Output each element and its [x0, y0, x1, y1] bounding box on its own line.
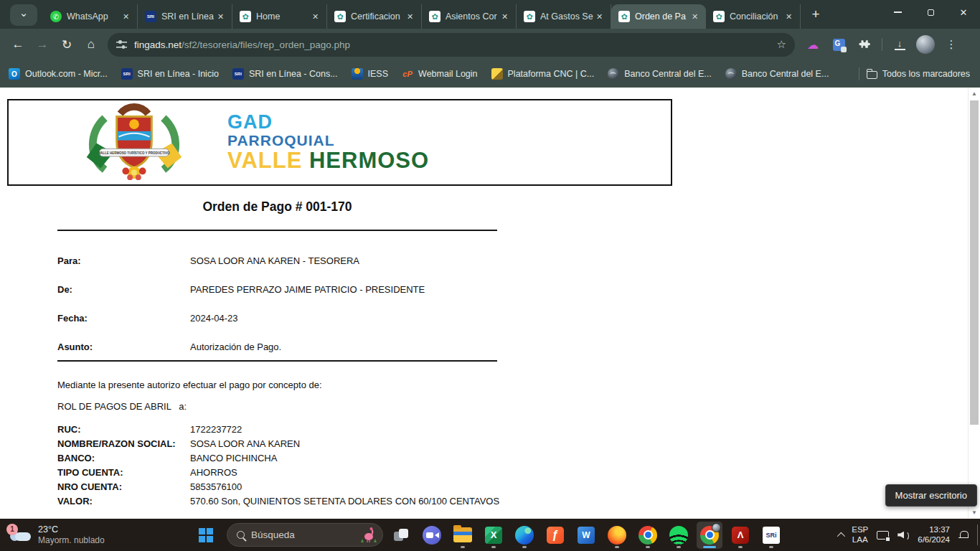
sri-icon — [763, 527, 780, 544]
tab-orden-de-pa[interactable]: Orden de Pa — [611, 4, 706, 29]
tab-close-icon[interactable] — [689, 11, 701, 23]
taskbar-acrobat[interactable] — [727, 522, 753, 549]
forward-button[interactable]: → — [30, 32, 55, 57]
taskbar-search[interactable]: Búsqueda — [227, 523, 383, 547]
clock[interactable]: 13:37 6/6/2024 — [918, 525, 950, 545]
reload-button[interactable]: ↻ — [55, 32, 79, 57]
tab-certificacion[interactable]: Certificacion — [327, 4, 422, 29]
home-button[interactable]: ⌂ — [79, 32, 103, 57]
translate-icon — [833, 39, 845, 51]
tab-close-icon[interactable] — [309, 11, 321, 23]
site-settings-icon[interactable] — [116, 40, 127, 49]
window-controls: ✕ — [881, 0, 980, 24]
all-bookmarks-button[interactable]: Todos los marcadores — [867, 69, 970, 79]
browser-menu-button[interactable] — [941, 34, 962, 55]
tab-conciliaci-n[interactable]: Conciliación — [706, 4, 801, 29]
page-scrollbar[interactable]: ▲ ▼ — [968, 88, 980, 519]
gad-favicon — [524, 11, 535, 22]
logo-line-gad: GAD — [227, 112, 429, 132]
address-bar[interactable]: fingads.net/sf2/tesoreria/files/rep_orde… — [108, 33, 795, 57]
volume-icon[interactable] — [897, 530, 909, 540]
restore-button[interactable] — [914, 0, 947, 24]
gad-favicon — [429, 11, 440, 22]
new-tab-button[interactable] — [805, 4, 826, 25]
taskbar-firefox[interactable] — [604, 522, 630, 549]
bookmark-webmail-login[interactable]: Webmail Login — [402, 68, 477, 80]
minimize-button[interactable] — [881, 0, 914, 24]
memo-row-de: De:PAREDES PERRAZO JAIME PATRICIO - PRES… — [57, 284, 631, 295]
flamingo-icon — [359, 527, 378, 544]
three-dot-menu-icon — [946, 38, 957, 51]
memo-row-asunto: Asunto:Autorización de Pago. — [57, 342, 631, 352]
taskbar-sri[interactable] — [758, 522, 784, 549]
bookmark-outlook-com-micr[interactable]: Outlook.com - Micr... — [9, 68, 108, 80]
taskbar-file-explorer[interactable] — [450, 522, 476, 549]
scrollbar-thumb[interactable] — [970, 100, 979, 425]
taskbar-task-view[interactable] — [388, 522, 414, 549]
bookmark-sri-en-l-nea-cons[interactable]: SRI en Línea - Cons... — [232, 68, 338, 80]
close-button[interactable]: ✕ — [947, 0, 980, 24]
tab-asientos-cor[interactable]: Asientos Cor — [422, 4, 517, 29]
tab-close-icon[interactable] — [783, 11, 795, 23]
taskbar-edge[interactable] — [512, 522, 537, 549]
tab-whatsapp[interactable]: WhatsApp — [43, 4, 138, 29]
tab-search-button[interactable] — [10, 4, 37, 26]
translate-extension-icon[interactable] — [828, 34, 849, 55]
tab-home[interactable]: Home — [232, 4, 327, 29]
intro-text: Mediante la presente autorizo efectuar e… — [57, 380, 322, 390]
start-button[interactable] — [196, 522, 222, 549]
taskbar-chrome[interactable] — [635, 522, 661, 549]
weather-condition: Mayorm. nublado — [38, 535, 105, 546]
weather-widget[interactable]: 1 23°C Mayorm. nublado — [9, 519, 105, 551]
language-indicator[interactable]: ESP LAA — [852, 525, 868, 545]
bookmark-plataforma-cnc-c[interactable]: Plataforma CNC | C... — [491, 68, 595, 80]
cloud-icon — [807, 38, 819, 52]
extensions-puzzle-button[interactable] — [854, 34, 875, 55]
memo-label: Asunto: — [57, 342, 190, 352]
cloud-extension-icon[interactable] — [802, 34, 824, 55]
bookmark-iess[interactable]: IESS — [352, 68, 389, 80]
screen: WhatsAppSRI en LíneaHomeCertificacionAsi… — [0, 0, 980, 551]
edge-icon — [515, 526, 534, 545]
bookmark-banco-central-del-e[interactable]: Banco Central del E... — [725, 68, 829, 80]
running-indicator — [646, 546, 650, 548]
scroll-down-arrow[interactable]: ▼ — [969, 507, 980, 519]
tab-close-icon[interactable] — [120, 11, 132, 23]
excel-icon — [485, 527, 502, 544]
bookmark-banco-central-del-e[interactable]: Banco Central del E... — [608, 68, 712, 80]
page-content: VALLE HERMOSO TURÍSTICO Y PRODUCTIVO GAD… — [0, 88, 980, 519]
bookmark-label: Banco Central del E... — [742, 69, 829, 79]
scroll-up-arrow[interactable]: ▲ — [969, 88, 980, 100]
tab-close-icon[interactable] — [215, 11, 227, 23]
cnc-favicon-icon — [491, 68, 503, 80]
downloads-button[interactable] — [889, 34, 910, 55]
bookmark-label: IESS — [368, 69, 389, 79]
taskbar-excel[interactable] — [481, 522, 507, 549]
tab-close-icon[interactable] — [499, 11, 511, 23]
tray-chevron-up-icon[interactable] — [837, 532, 845, 540]
back-button[interactable]: ← — [6, 32, 30, 57]
weather-cloud-icon: 1 — [9, 528, 32, 542]
tab-close-icon[interactable] — [404, 11, 416, 23]
taskbar-chat[interactable] — [419, 522, 445, 549]
tab-sri-en-l-nea[interactable]: SRI en Línea — [138, 4, 232, 29]
tab-close-icon[interactable] — [593, 11, 606, 23]
bookmark-sri-en-l-nea-inicio[interactable]: SRI en Línea - Inicio — [121, 68, 219, 80]
bookmark-label: Webmail Login — [418, 69, 477, 79]
tab-at-gastos-se[interactable]: At Gastos Se — [517, 4, 611, 29]
notifications-bell-icon[interactable] — [958, 530, 969, 540]
detail-value: 5853576100 — [190, 481, 242, 492]
taskbar-spotify[interactable] — [666, 522, 692, 549]
network-icon[interactable] — [877, 531, 889, 540]
search-placeholder: Búsqueda — [251, 529, 353, 540]
profile-button[interactable] — [915, 34, 936, 55]
detail-value: 1722237722 — [190, 424, 242, 435]
taskbar-foxit[interactable] — [542, 522, 568, 549]
taskbar-word[interactable] — [573, 522, 599, 549]
memo-label: Fecha: — [57, 313, 190, 324]
show-desktop-button[interactable] — [977, 524, 978, 545]
divider — [57, 230, 497, 231]
running-indicator — [522, 546, 527, 548]
bookmark-star-icon[interactable] — [777, 38, 786, 51]
taskbar-chrome-2[interactable] — [697, 522, 722, 549]
